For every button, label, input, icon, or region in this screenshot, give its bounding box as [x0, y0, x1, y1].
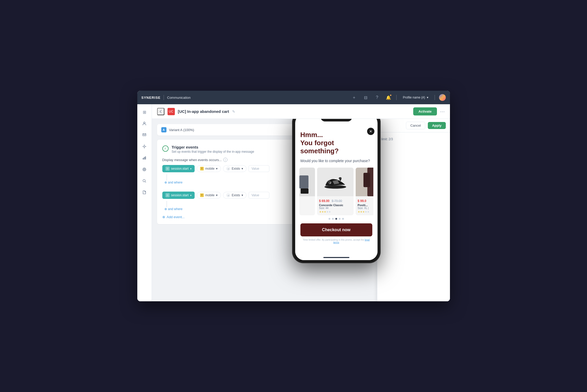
product-name-1: Concorde Classic — [319, 204, 351, 207]
page-content: A Variant A (100%) ⋯ ✓ Trigger events Se… — [152, 119, 450, 301]
condition-dropdown-1[interactable]: ◎ Exists ▾ — [223, 165, 246, 172]
inapp-modal: ✕ Hmm... You forgot something? Would you… — [295, 125, 378, 255]
value-input-2[interactable]: Value — [249, 192, 269, 199]
edit-icon[interactable]: ✎ — [232, 109, 235, 114]
profile-menu[interactable]: Profile name (#) ▾ — [401, 95, 430, 100]
right-panel: Cancel Apply limit: 2/3 — [377, 119, 450, 301]
sidebar-item-search[interactable] — [140, 176, 149, 186]
variant-label: Variant A (100%) — [169, 128, 194, 132]
dot-5[interactable] — [342, 218, 344, 220]
eye-icon-2: ◎ — [226, 193, 230, 197]
checkout-now-button[interactable]: Checkout now — [300, 223, 372, 236]
chevron-down-icon-4: ▾ — [242, 193, 243, 197]
app-window: SYNERISE Communication ＋ ⊟ ? 🔔 Profile n… — [137, 91, 450, 301]
condition-dropdown-2[interactable]: ◎ Exists ▾ — [223, 192, 246, 199]
phone-frame: ✕ Hmm... You forgot something? Would you… — [292, 119, 381, 263]
connector-line-1 — [166, 174, 167, 181]
apply-button[interactable]: Apply — [428, 122, 446, 129]
svg-rect-4 — [145, 156, 146, 160]
page-type-badge: UC — [168, 108, 175, 115]
chevron-down-icon: ▾ — [427, 96, 428, 99]
mobile-dropdown-1[interactable]: T mobile ▾ — [197, 165, 221, 172]
svg-point-11 — [324, 185, 346, 189]
product-card-1[interactable]: ★ $ 69.00 — [317, 168, 354, 215]
svg-rect-10 — [301, 188, 308, 194]
home-bar — [323, 257, 349, 258]
chevron-down-icon-2: ▾ — [242, 167, 243, 170]
product-card-2-body: $ 99.0 Positi... Size: XL | ★★★★★ — [356, 196, 373, 215]
sidebar: ⊞ — [137, 104, 152, 301]
event-session-icon-2: ⊙ — [165, 193, 170, 197]
product-stars-1: ★★★★★ — [319, 210, 351, 213]
home-indicator — [295, 255, 378, 260]
sidebar-item-profile[interactable] — [140, 119, 149, 128]
avatar — [439, 94, 446, 101]
modal-close-button[interactable]: ✕ — [367, 128, 374, 135]
and-where-link-1[interactable]: ⊕ and where — [164, 181, 183, 184]
svg-rect-9 — [299, 175, 308, 188]
svg-rect-3 — [144, 157, 145, 160]
sidebar-item-panel[interactable]: ⊞ — [140, 107, 149, 117]
phone-notch — [321, 119, 352, 121]
mobile-dropdown-2[interactable]: T mobile ▾ — [197, 192, 221, 199]
inapp-title: Hmm... You forgot something? — [300, 131, 372, 155]
dot-1[interactable] — [329, 218, 330, 220]
sidebar-item-targeting[interactable] — [140, 165, 149, 174]
info-icon: i — [223, 158, 227, 162]
product-size-1: Size: 44 — [319, 207, 351, 210]
nav-divider — [164, 95, 164, 100]
chevron-icon-2: ▾ — [190, 194, 191, 197]
profile-name: Profile name (#) — [403, 96, 425, 99]
sidebar-item-analytics[interactable] — [140, 153, 149, 163]
cancel-button[interactable]: Cancel — [406, 122, 425, 129]
product-prices-2: $ 99.0 — [358, 198, 373, 203]
product-size-2: Size: XL | — [358, 207, 373, 210]
event-tag-2[interactable]: ⊙ session.start ▾ — [162, 192, 195, 199]
top-nav: SYNERISE Communication ＋ ⊟ ? 🔔 Profile n… — [137, 91, 450, 104]
product-price-new-2: $ 99.0 — [358, 199, 366, 203]
event-tag-1[interactable]: ⊙ session.start ▾ — [162, 165, 195, 172]
product-image-partial — [299, 168, 315, 196]
dot-4[interactable] — [339, 218, 341, 220]
activate-button[interactable]: Activate — [413, 107, 437, 115]
chevron-down-icon-1: ▾ — [216, 167, 218, 170]
event-session-icon: ⊙ — [165, 167, 170, 171]
product-prices-1: $ 69.00 $ 79.00 — [319, 198, 351, 203]
type-icon-1: T — [200, 167, 204, 170]
limit-label: limit: 2/3 — [381, 137, 393, 141]
product-price-old-1: $ 79.00 — [332, 199, 342, 203]
svg-point-0 — [144, 122, 145, 124]
notification-wrapper: 🔔 — [385, 94, 392, 101]
sidebar-item-communication[interactable] — [140, 130, 149, 140]
chevron-down-icon-3: ▾ — [216, 193, 218, 197]
bookmark-icon[interactable]: ⊟ — [362, 94, 369, 101]
back-button[interactable] — [157, 108, 164, 115]
nav-divider-2 — [396, 95, 397, 100]
sidebar-item-automation[interactable] — [140, 142, 149, 151]
variant-badge: A — [161, 127, 166, 132]
toolbar: UC [UC] In-app abandoned cart ✎ Activate… — [152, 104, 450, 119]
help-icon[interactable]: ? — [373, 94, 381, 101]
add-event-button[interactable]: ⊕ Add event... — [162, 215, 185, 219]
eye-icon-1: ◎ — [226, 167, 230, 170]
nav-divider-3 — [435, 95, 435, 100]
type-icon-2: T — [200, 193, 204, 197]
phone-screen: ✕ Hmm... You forgot something? Would you… — [295, 119, 378, 260]
svg-rect-19 — [363, 173, 370, 187]
nav-section-title: Communication — [167, 96, 190, 100]
svg-point-7 — [144, 169, 145, 170]
content-area: UC [UC] In-app abandoned cart ✎ Activate… — [152, 104, 450, 301]
dot-3[interactable] — [335, 218, 337, 220]
trigger-check-icon: ✓ — [162, 145, 169, 152]
more-options-icon[interactable]: ⋯ — [440, 109, 445, 114]
product-card-partial-left — [299, 168, 315, 215]
add-icon[interactable]: ＋ — [350, 94, 358, 101]
product-stars-2: ★★★★★ — [358, 210, 373, 213]
sidebar-item-files[interactable] — [140, 188, 149, 197]
connector-line-2 — [166, 201, 167, 207]
product-card-2[interactable]: $ 99.0 Positi... Size: XL | ★★★★★ — [356, 168, 373, 215]
and-where-link-2[interactable]: ⊕ and where — [164, 207, 183, 211]
dot-2[interactable] — [332, 218, 334, 220]
value-input-1[interactable]: Value — [249, 165, 269, 172]
product-name-2: Positi... — [358, 204, 373, 207]
